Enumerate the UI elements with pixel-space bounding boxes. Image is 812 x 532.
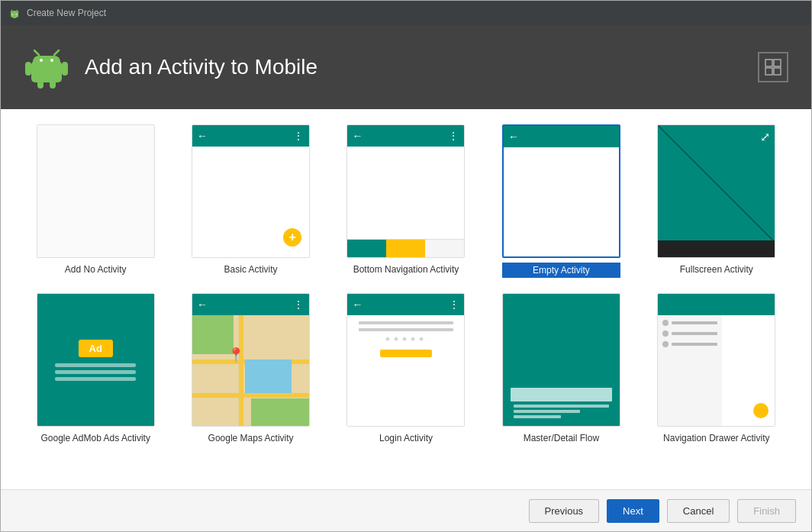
menu-dots: ⋮: [293, 298, 304, 311]
fullscreen-mock: ⤢: [658, 125, 775, 257]
content-area: Add No Activity ← ⋮ + Basic Activity: [1, 109, 811, 489]
admob-mock: Ad: [37, 294, 154, 426]
nd-line-2: [672, 332, 717, 335]
activity-item-maps[interactable]: ← ⋮: [179, 293, 322, 443]
empty-body: [504, 147, 619, 256]
navdrawer-label: Navigation Drawer Activity: [663, 433, 769, 443]
bottom-nav-item-3: [425, 240, 464, 257]
activity-item-basic[interactable]: ← ⋮ + Basic Activity: [179, 124, 322, 278]
nd-menu-item-3: [662, 341, 717, 347]
basic-activity-thumbnail: ← ⋮ +: [192, 124, 310, 258]
navdrawer-mock: [658, 294, 775, 426]
header-title: Add an Activity to Mobile: [85, 55, 317, 79]
title-bar-text: Create New Project: [27, 8, 106, 18]
finish-button[interactable]: Finish: [737, 499, 796, 523]
bottom-nav-toolbar: ← ⋮: [347, 125, 464, 147]
layout-icon: [758, 52, 788, 82]
svg-rect-19: [774, 68, 781, 75]
activity-item-fullscreen[interactable]: ⤢ Fullscreen Activity: [645, 124, 788, 278]
activity-item-navdrawer[interactable]: Navigation Drawer Activity: [645, 293, 788, 443]
back-arrow: ←: [197, 298, 208, 311]
fab: +: [283, 228, 301, 247]
maps-mock: ← ⋮: [192, 294, 309, 426]
md-card: [511, 388, 612, 401]
svg-point-5: [16, 14, 18, 15]
map-green-2: [251, 398, 310, 426]
svg-point-10: [40, 59, 43, 62]
svg-point-11: [50, 59, 53, 62]
add-no-activity-label: Add No Activity: [65, 264, 127, 275]
md-body: [503, 315, 620, 426]
login-field-1: [359, 321, 453, 324]
fullscreen-bottom-bar: [658, 240, 775, 257]
bottom-nav-body: [347, 147, 464, 239]
bottom-nav-label: Bottom Navigation Activity: [353, 264, 459, 275]
bottom-nav-item-1: [347, 240, 386, 257]
admob-label: Google AdMob Ads Activity: [40, 433, 150, 443]
login-thumbnail: ← ⋮ ★★★★★: [346, 293, 465, 427]
nd-menu-item-1: [662, 320, 717, 326]
footer: Previous Next Cancel Finish: [1, 489, 811, 531]
ad-line-1: [55, 363, 136, 367]
login-button: [380, 350, 433, 357]
road-v: [239, 315, 243, 426]
md-lines: [511, 405, 612, 418]
navdrawer-thumbnail: [657, 293, 775, 427]
activity-item-empty[interactable]: ← Empty Activity: [489, 124, 633, 278]
maps-toolbar: ← ⋮: [192, 294, 309, 315]
empty-mock: ←: [504, 126, 619, 256]
main-window: Create New Project Add an Activity to Mo…: [0, 0, 812, 532]
menu-dots: ⋮: [449, 298, 459, 311]
svg-rect-13: [62, 62, 68, 76]
svg-rect-15: [50, 79, 56, 89]
android-logo: [24, 44, 69, 90]
maps-label: Google Maps Activity: [208, 433, 294, 443]
activity-item-admob[interactable]: Ad Google AdMob Ads Activity: [24, 293, 167, 443]
maps-thumbnail: ← ⋮: [192, 293, 310, 427]
masterdetail-label: Master/Detail Flow: [524, 433, 599, 443]
back-arrow: ←: [508, 131, 519, 143]
no-activity-placeholder: [37, 125, 154, 257]
md-line-1: [514, 405, 609, 408]
menu-dots: ⋮: [448, 130, 459, 142]
ad-lines: [55, 363, 136, 381]
ad-line-3: [55, 377, 136, 381]
bottom-nav-mock: ← ⋮: [347, 125, 464, 257]
admob-thumbnail: Ad: [37, 293, 155, 427]
nd-circle-3: [662, 341, 669, 347]
basic-activity-label: Basic Activity: [224, 264, 278, 275]
add-no-activity-thumbnail: [37, 124, 155, 258]
header: Add an Activity to Mobile: [1, 25, 811, 109]
nd-line-3: [672, 343, 717, 346]
nd-circle-1: [662, 320, 669, 326]
login-label: Login Activity: [379, 433, 433, 443]
ad-banner: Ad: [79, 340, 113, 357]
title-bar: Create New Project: [1, 1, 811, 25]
next-button[interactable]: Next: [607, 499, 659, 523]
app-icon: [8, 7, 21, 19]
md-toolbar: [503, 294, 620, 315]
activity-item-add-no-activity[interactable]: Add No Activity: [24, 124, 167, 278]
nd-toolbar: [658, 294, 775, 315]
svg-line-20: [658, 125, 775, 242]
basic-body: +: [192, 147, 309, 257]
svg-rect-17: [774, 60, 781, 66]
ad-line-2: [55, 370, 136, 374]
svg-line-7: [34, 50, 39, 55]
nd-circle-2: [662, 330, 669, 337]
bottom-nav-bar: [347, 239, 464, 257]
menu-dots: ⋮: [293, 130, 304, 142]
activity-item-masterdetail[interactable]: Master/Detail Flow: [489, 293, 633, 443]
previous-button[interactable]: Previous: [529, 499, 600, 523]
basic-mock: ← ⋮ +: [192, 125, 309, 257]
activity-item-bottom-nav[interactable]: ← ⋮ Bottom Navigation Activity: [334, 124, 478, 278]
login-mock: ← ⋮ ★★★★★: [347, 294, 464, 426]
fullscreen-diagonal: [658, 125, 775, 257]
maps-body: 📍: [192, 315, 309, 426]
activity-grid: Add No Activity ← ⋮ + Basic Activity: [24, 124, 788, 443]
svg-rect-9: [33, 56, 60, 68]
cancel-button[interactable]: Cancel: [667, 499, 730, 523]
password-dots: ★★★★★: [385, 335, 427, 343]
activity-item-login[interactable]: ← ⋮ ★★★★★ Login Activity: [334, 293, 478, 443]
svg-rect-18: [765, 68, 772, 75]
